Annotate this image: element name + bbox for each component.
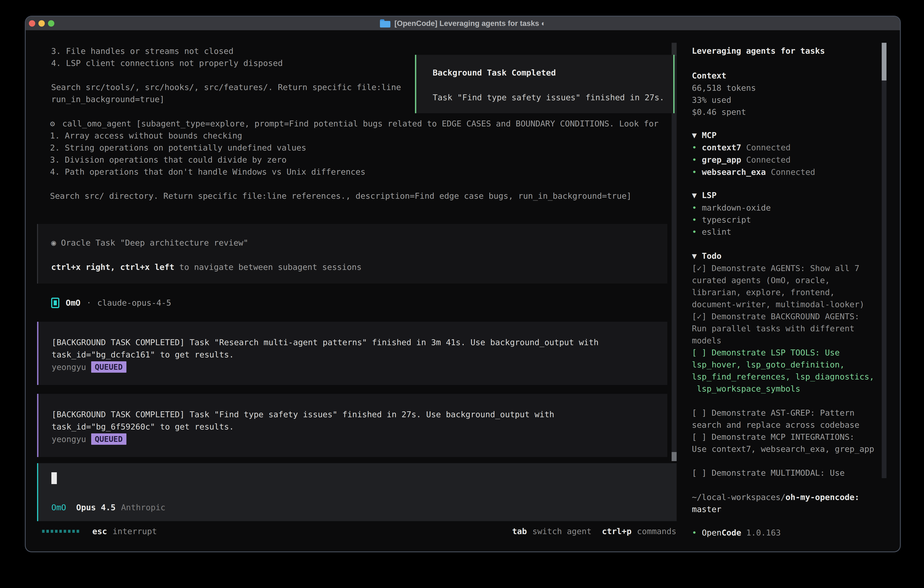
task-message-text: [BACKGROUND TASK COMPLETED] Task "Resear… <box>52 336 667 361</box>
esc-key-label: interrupt <box>112 525 157 537</box>
commands-key-hint: ctrl+p <box>602 525 632 537</box>
mcp-item: • context7 Connected <box>692 141 884 154</box>
task-message-meta: yeongyu QUEUED <box>52 433 667 445</box>
mcp-name: websearch_exa <box>702 166 766 178</box>
hint-text: to navigate between subagent sessions <box>174 263 362 272</box>
mcp-status: Connected <box>771 166 815 178</box>
collapse-triangle-icon: ▼ <box>692 190 697 200</box>
bullet-icon: • <box>692 154 697 166</box>
hint-keys: ctrl+x right, ctrl+x left <box>51 263 174 272</box>
lsp-item: • eslint <box>692 226 884 238</box>
main-scrollbar-thumb[interactable] <box>672 452 676 461</box>
bullet-icon: • <box>692 527 697 539</box>
bullet-icon: • <box>692 226 697 238</box>
oracle-task-title: ◉ Oracle Task "Deep architecture review" <box>51 237 667 249</box>
statusbar-right: tab switch agent ctrl+p commands <box>512 525 676 537</box>
session-sidebar: Leveraging agents for tasks Context 66,5… <box>692 45 884 539</box>
task-message-text: [BACKGROUND TASK COMPLETED] Task "Find t… <box>52 408 667 433</box>
collapse-triangle-icon: ▼ <box>692 251 697 261</box>
oracle-task-panel: ◉ Oracle Task "Deep architecture review"… <box>37 224 667 284</box>
notification-title: Background Task Completed <box>433 67 673 79</box>
task-user: yeongyu <box>52 361 86 373</box>
main-scrollbar-top-segment <box>672 43 676 56</box>
mcp-status: Connected <box>746 154 790 166</box>
notification-body: Task "Find type safety issues" finished … <box>433 91 673 104</box>
terminal-window: [OpenCode] Leveraging agents for tasks ◐… <box>26 17 900 552</box>
workspace-branch: master <box>692 503 884 515</box>
lsp-name: eslint <box>702 226 731 238</box>
mcp-name: context7 <box>702 141 741 154</box>
mcp-item: • websearch_exa Connected <box>692 166 884 178</box>
background-task-notification: Background Task Completed Task "Find typ… <box>415 55 675 113</box>
scrollback-text: 3. File handles or streams not closed 4.… <box>51 45 401 105</box>
tab-key-hint: tab <box>512 525 527 537</box>
subagent-navigation-hint: ctrl+x right, ctrl+x left to navigate be… <box>51 261 667 273</box>
workspace-prefix: ~/local-workspaces/ <box>692 492 785 502</box>
todo-pending-item: [ ] Demonstrate MULTIMODAL: Use <box>692 467 884 479</box>
record-icon: ◉ <box>51 238 56 248</box>
product-name: Open <box>702 527 722 539</box>
agent-icon <box>51 297 59 308</box>
mcp-status: Connected <box>746 141 790 154</box>
mcp-item: • grep_app Connected <box>692 154 884 166</box>
input-meta: OmO Opus 4.5 Anthropic <box>51 501 165 514</box>
background-task-message: [BACKGROUND TASK COMPLETED] Task "Resear… <box>37 322 667 385</box>
close-button[interactable] <box>29 20 35 26</box>
traffic-lights <box>29 20 54 26</box>
task-user: yeongyu <box>52 433 86 445</box>
folder-icon <box>380 19 390 28</box>
lsp-name: markdown-oxide <box>702 202 771 214</box>
lsp-section-header[interactable]: ▼LSP <box>692 189 884 202</box>
activity-dots-icon <box>42 530 79 533</box>
context-stats: 66,518 tokens 33% used $0.46 spent <box>692 82 884 118</box>
todo-in-progress-item: [ ] Demonstrate LSP TOOLS: Use lsp_hover… <box>692 347 884 395</box>
background-task-message: [BACKGROUND TASK COMPLETED] Task "Find t… <box>37 394 667 457</box>
minimize-button[interactable] <box>38 20 45 26</box>
tab-key-label: switch agent <box>532 525 591 537</box>
lsp-item: • typescript <box>692 214 884 226</box>
input-model-name[interactable]: Opus 4.5 <box>76 501 116 514</box>
lsp-item: • markdown-oxide <box>692 202 884 214</box>
agent-name: OmO <box>66 297 81 309</box>
separator-dot: · <box>86 297 91 309</box>
context-heading: Context <box>692 69 884 82</box>
agent-model: claude-opus-4-5 <box>97 297 171 309</box>
workspace-repo: oh-my-opencode: <box>785 492 860 502</box>
todo-pending-items: [ ] Demonstrate AST-GREP: Pattern search… <box>692 407 884 455</box>
commands-key-label: commands <box>637 525 676 537</box>
collapse-triangle-icon: ▼ <box>692 130 697 140</box>
maximize-button[interactable] <box>48 20 54 26</box>
mcp-name: grep_app <box>702 154 741 166</box>
bullet-icon: • <box>692 141 697 154</box>
opencode-version: • OpenCode 1.0.163 <box>692 527 884 539</box>
todo-completed-items: [✓] Demonstrate AGENTS: Show all 7 curat… <box>692 262 884 347</box>
prompt-input[interactable]: OmO Opus 4.5 Anthropic <box>37 463 676 521</box>
input-provider-name: Anthropic <box>121 501 165 514</box>
bullet-icon: • <box>692 214 697 226</box>
workspace-path: ~/local-workspaces/oh-my-opencode: maste… <box>692 491 884 515</box>
title-bar[interactable]: [OpenCode] Leveraging agents for tasks ◐ <box>26 17 900 30</box>
bullet-icon: • <box>692 202 697 214</box>
window-title: [OpenCode] Leveraging agents for tasks ◐ <box>394 19 546 28</box>
bullet-icon: • <box>692 166 697 178</box>
lsp-name: typescript <box>702 214 751 226</box>
session-title: Leveraging agents for tasks <box>692 45 884 57</box>
mcp-section-header[interactable]: ▼MCP <box>692 129 884 141</box>
input-agent-name: OmO <box>51 501 66 514</box>
tool-call-text: call_omo_agent [subagent_type=explore, p… <box>50 117 659 202</box>
task-message-meta: yeongyu QUEUED <box>52 361 667 373</box>
statusbar-left: esc interrupt <box>42 525 157 537</box>
agent-session-header[interactable]: OmO · claude-opus-4-5 <box>51 297 171 309</box>
text-cursor <box>51 472 57 484</box>
version-number: 1.0.163 <box>746 527 781 539</box>
status-badge: QUEUED <box>91 433 126 445</box>
todo-section-header[interactable]: ▼Todo <box>692 250 884 262</box>
esc-key-hint: esc <box>92 525 107 537</box>
status-badge: QUEUED <box>91 361 126 373</box>
